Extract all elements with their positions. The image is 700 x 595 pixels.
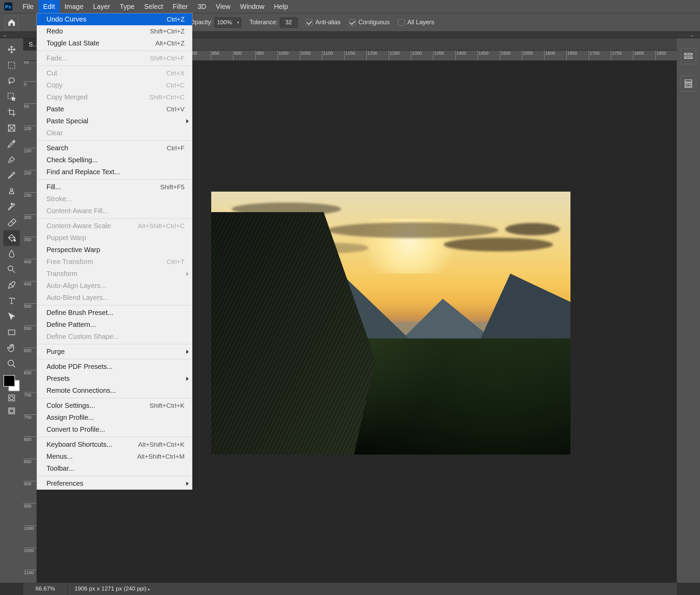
quickmask-icon[interactable] bbox=[3, 391, 20, 404]
menu-item-convert-to-profile[interactable]: Convert to Profile... bbox=[37, 424, 192, 435]
crop-tool[interactable] bbox=[3, 105, 20, 120]
object-select-tool[interactable] bbox=[3, 89, 20, 105]
menu-item-remote-connections[interactable]: Remote Connections... bbox=[37, 385, 192, 397]
menu-item-adobe-pdf-presets[interactable]: Adobe PDF Presets... bbox=[37, 361, 192, 373]
eraser-tool[interactable] bbox=[3, 215, 20, 230]
menu-item-label: Auto-Align Layers... bbox=[46, 282, 185, 290]
foreground-color-swatch[interactable] bbox=[3, 375, 15, 387]
menu-item-redo[interactable]: RedoShift+Ctrl+Z bbox=[37, 25, 192, 37]
menu-item-paste[interactable]: PasteCtrl+V bbox=[37, 103, 192, 115]
ruler-tick: 950 bbox=[23, 503, 37, 503]
menu-item-find-and-replace-text[interactable]: Find and Replace Text... bbox=[37, 166, 192, 178]
screenmode-icon[interactable] bbox=[3, 404, 20, 417]
document-image[interactable] bbox=[211, 192, 570, 455]
menu-item-define-pattern[interactable]: Define Pattern... bbox=[37, 319, 192, 331]
menu-item-content-aware-fill: Content-Aware Fill... bbox=[37, 205, 192, 217]
expand-right-icon[interactable]: ‹‹ bbox=[690, 33, 697, 37]
history-brush-tool[interactable] bbox=[3, 199, 20, 215]
menu-filter[interactable]: Filter bbox=[168, 0, 192, 13]
menu-item-toolbar[interactable]: Toolbar... bbox=[37, 462, 192, 474]
menu-item-search[interactable]: SearchCtrl+F bbox=[37, 142, 192, 154]
clone-stamp-tool[interactable] bbox=[3, 183, 20, 199]
all-layers-checkbox[interactable] bbox=[398, 19, 405, 26]
menu-file[interactable]: File bbox=[18, 0, 38, 13]
menu-item-label: Assign Profile... bbox=[46, 414, 185, 421]
eyedropper-tool[interactable] bbox=[3, 136, 20, 152]
ruler-tick: 800 bbox=[23, 437, 37, 437]
ruler-tick: 500 bbox=[23, 303, 37, 304]
libraries-panel-icon[interactable] bbox=[681, 76, 696, 92]
menu-item-toggle-last-state[interactable]: Toggle Last StateAlt+Ctrl+Z bbox=[37, 37, 192, 49]
menu-item-assign-profile[interactable]: Assign Profile... bbox=[37, 412, 192, 424]
menu-item-preferences[interactable]: Preferences bbox=[37, 478, 192, 489]
expand-left-icon[interactable]: ›› bbox=[3, 33, 10, 37]
ruler-tick: 950 bbox=[255, 51, 256, 61]
menu-item-label: Keyboard Shortcuts... bbox=[46, 441, 138, 448]
menu-item-auto-blend-layers: Auto-Blend Layers... bbox=[37, 292, 192, 304]
menu-item-puppet-warp: Puppet Warp bbox=[37, 232, 192, 244]
menu-window[interactable]: Window bbox=[235, 0, 269, 13]
menu-item-copy-merged: Copy MergedShift+Ctrl+C bbox=[37, 91, 192, 103]
menu-item-label: Remote Connections... bbox=[46, 387, 185, 395]
menu-item-content-aware-scale: Content-Aware ScaleAlt+Shift+Ctrl+C bbox=[37, 220, 192, 232]
opacity-field[interactable]: 100% ▾ bbox=[215, 17, 241, 28]
ruler-origin[interactable] bbox=[23, 51, 37, 61]
ruler-tick: 1050 bbox=[23, 548, 37, 548]
menu-view[interactable]: View bbox=[211, 0, 235, 13]
frame-tool[interactable] bbox=[3, 120, 20, 136]
lasso-tool[interactable] bbox=[3, 73, 20, 89]
hand-tool[interactable] bbox=[3, 340, 20, 356]
zoom-tool[interactable] bbox=[3, 356, 20, 372]
rectangle-tool[interactable] bbox=[3, 324, 20, 340]
menu-item-purge[interactable]: Purge bbox=[37, 346, 192, 358]
menu-item-define-brush-preset[interactable]: Define Brush Preset... bbox=[37, 307, 192, 319]
menu-help[interactable]: Help bbox=[269, 0, 293, 13]
path-select-tool[interactable] bbox=[3, 309, 20, 324]
contiguous-label: Contiguous bbox=[359, 19, 390, 26]
contiguous-checkbox[interactable] bbox=[349, 19, 356, 26]
ruler-tick: 150 bbox=[23, 148, 37, 148]
marquee-tool[interactable] bbox=[3, 57, 20, 73]
menu-item-label: Define Custom Shape... bbox=[46, 333, 185, 341]
menu-item-color-settings[interactable]: Color Settings...Shift+Ctrl+K bbox=[37, 400, 192, 412]
menu-separator bbox=[38, 344, 191, 344]
document-info[interactable]: 1906 px x 1271 px (240 ppi)▸ bbox=[68, 585, 157, 592]
menu-item-undo-curves[interactable]: Undo CurvesCtrl+Z bbox=[37, 13, 192, 25]
menu-item-shortcut: Alt+Ctrl+Z bbox=[155, 40, 185, 47]
dodge-tool[interactable] bbox=[3, 262, 20, 277]
brush-tool[interactable] bbox=[3, 167, 20, 183]
color-swatches[interactable] bbox=[3, 375, 20, 391]
menu-item-paste-special[interactable]: Paste Special bbox=[37, 115, 192, 127]
blur-tool[interactable] bbox=[3, 246, 20, 262]
menu-select[interactable]: Select bbox=[139, 0, 168, 13]
opacity-label: Opacity: bbox=[190, 19, 213, 26]
menu-item-keyboard-shortcuts[interactable]: Keyboard Shortcuts...Alt+Shift+Ctrl+K bbox=[37, 439, 192, 451]
menu-item-check-spelling[interactable]: Check Spelling... bbox=[37, 154, 192, 166]
zoom-level[interactable]: 66.67% bbox=[23, 583, 68, 595]
color-panel-icon[interactable] bbox=[681, 49, 696, 64]
menu-item-menus[interactable]: Menus...Alt+Shift+Ctrl+M bbox=[37, 451, 192, 462]
submenu-arrow-icon bbox=[186, 350, 189, 354]
menu-item-fill[interactable]: Fill...Shift+F5 bbox=[37, 181, 192, 193]
spot-heal-tool[interactable] bbox=[3, 152, 20, 167]
ruler-tick: 1050 bbox=[300, 51, 300, 61]
menu-item-presets[interactable]: Presets bbox=[37, 373, 192, 385]
move-tool[interactable] bbox=[3, 42, 20, 57]
ruler-tick: 1000 bbox=[23, 525, 37, 526]
menu-edit[interactable]: Edit bbox=[38, 0, 59, 13]
tolerance-field[interactable] bbox=[280, 17, 298, 28]
menu-separator bbox=[38, 359, 191, 359]
menu-item-label: Content-Aware Fill... bbox=[46, 207, 185, 215]
paint-bucket-tool[interactable] bbox=[3, 230, 20, 246]
menu-image[interactable]: Image bbox=[60, 0, 89, 13]
menu-type[interactable]: Type bbox=[115, 0, 139, 13]
antialias-checkbox[interactable] bbox=[306, 19, 313, 26]
type-tool[interactable] bbox=[3, 293, 20, 309]
menu-3d[interactable]: 3D bbox=[193, 0, 211, 13]
pen-tool[interactable] bbox=[3, 277, 20, 293]
menu-item-label: Define Brush Preset... bbox=[46, 309, 185, 317]
vertical-ruler[interactable]: 6005505004504003503002502001501005005010… bbox=[23, 61, 37, 583]
home-button[interactable] bbox=[5, 16, 18, 29]
menu-layer[interactable]: Layer bbox=[88, 0, 115, 13]
menu-item-perspective-warp[interactable]: Perspective Warp bbox=[37, 244, 192, 256]
